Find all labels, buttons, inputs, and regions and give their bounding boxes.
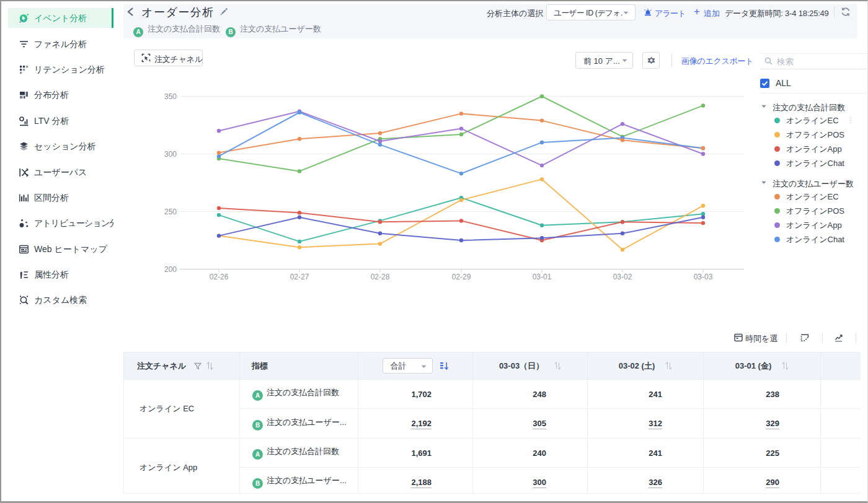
svg-text:02-29: 02-29 [452, 273, 471, 281]
svg-text:03-02: 03-02 [613, 273, 632, 281]
svg-text:02-27: 02-27 [290, 273, 309, 281]
svg-text:03-01: 03-01 [533, 273, 552, 281]
svg-text:02-26: 02-26 [210, 273, 229, 281]
svg-text:02-28: 02-28 [371, 273, 390, 281]
svg-text:250: 250 [164, 208, 177, 216]
svg-text:300: 300 [164, 150, 177, 159]
svg-text:350: 350 [164, 92, 177, 101]
svg-text:03-03: 03-03 [694, 273, 713, 281]
svg-text:200: 200 [164, 265, 177, 274]
